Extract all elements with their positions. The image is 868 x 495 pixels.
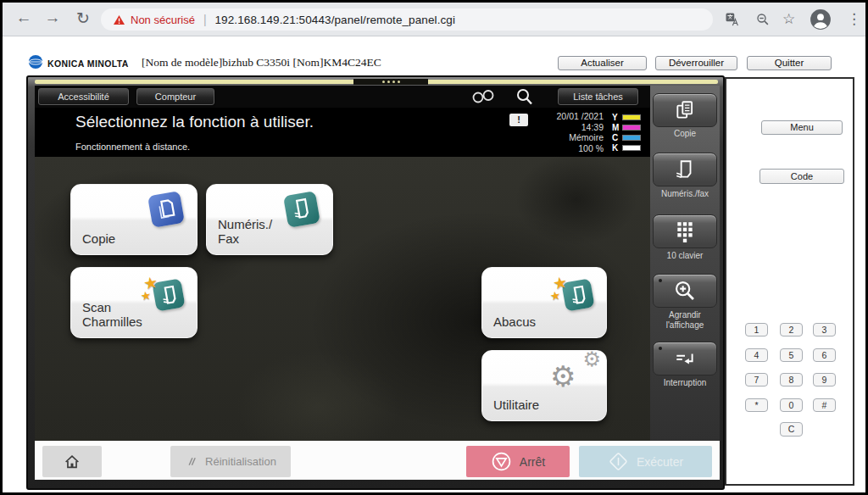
code-button[interactable]: Code xyxy=(760,169,844,184)
lcd-bezel: Accessibilité Compteur Liste tâches Séle… xyxy=(26,75,725,490)
url-text[interactable]: 192.168.149.21:50443/panel/remote_panel.… xyxy=(215,14,456,26)
menu-button[interactable]: Menu xyxy=(761,120,843,135)
bookmark-star-icon[interactable]: ☆ xyxy=(782,10,795,28)
toner-bar-yellow xyxy=(622,114,641,120)
magnifier-plus-icon xyxy=(673,279,697,303)
glasses-icon[interactable] xyxy=(470,87,496,106)
omnibox-separator: | xyxy=(203,13,207,26)
scan-doc-icon xyxy=(674,159,696,181)
side-key-label: Numéris./fax xyxy=(650,189,720,199)
bezel-notch xyxy=(353,79,428,85)
stop-button[interactable]: Arrêt xyxy=(466,446,570,477)
led-indicator xyxy=(659,347,662,350)
fn-button-label: Abacus xyxy=(493,314,536,329)
keypad-star[interactable]: * xyxy=(745,398,768,412)
fn-button-abacus[interactable]: ★ ★ Abacus xyxy=(481,267,607,338)
copy-icon xyxy=(146,191,186,231)
keypad-4[interactable]: 4 xyxy=(745,348,768,362)
translate-icon[interactable] xyxy=(725,12,740,27)
start-button[interactable]: Exécuter xyxy=(579,446,712,477)
home-button[interactable] xyxy=(42,446,102,477)
stop-label: Arrêt xyxy=(520,455,545,469)
back-icon[interactable]: ← xyxy=(13,8,35,27)
memory-value: 100 % xyxy=(557,143,604,154)
toner-label: Y xyxy=(612,113,620,122)
status-time: 14:39 xyxy=(557,122,604,133)
forward-icon[interactable]: → xyxy=(42,8,64,27)
brand-name: KONICA MINOLTA xyxy=(47,58,129,69)
browser-menu-icon[interactable]: ⋮ xyxy=(847,10,861,28)
side-key-copie[interactable] xyxy=(653,93,717,127)
keypad-2[interactable]: 2 xyxy=(780,323,803,336)
registered-app-icon: ★ ★ xyxy=(146,274,186,314)
fn-button-label: ScanCharmilles xyxy=(82,300,142,329)
toner-row-y: Y xyxy=(612,112,641,122)
reload-icon[interactable]: ↻ xyxy=(72,8,94,28)
side-key-label: 10 clavier xyxy=(650,251,720,261)
unlock-button[interactable]: Déverrouiller xyxy=(655,56,737,70)
system-info: 20/01 /2021 14:39 Mémoire 100 % xyxy=(557,111,604,153)
keypad-0[interactable]: 0 xyxy=(780,398,803,412)
home-icon xyxy=(63,453,81,471)
fn-button-label: Utilitaire xyxy=(493,398,539,412)
reset-slash-icon xyxy=(185,455,198,468)
stop-icon xyxy=(491,451,512,472)
keypad-8[interactable]: 8 xyxy=(780,373,803,387)
scan-fax-icon xyxy=(281,191,322,231)
status-subtitle: Fonctionnement à distance. xyxy=(75,142,190,152)
keypad-clear[interactable]: C xyxy=(780,422,803,437)
reset-button[interactable]: Réinitialisation xyxy=(170,446,291,477)
zoom-out-icon[interactable] xyxy=(755,12,771,27)
side-key-agrandir[interactable] xyxy=(653,274,717,308)
hardware-key-panel: Menu Code 1 2 3 4 5 6 7 8 9 * 0 # C xyxy=(725,77,854,486)
quit-button[interactable]: Quitter xyxy=(747,56,832,70)
start-diamond-icon xyxy=(608,451,629,472)
toner-row-k: K xyxy=(612,142,641,153)
refresh-button[interactable]: Actualiser xyxy=(558,56,647,70)
toner-label: M xyxy=(612,123,620,132)
fn-button-label: Copie xyxy=(82,231,115,246)
keypad-7[interactable]: 7 xyxy=(745,373,768,387)
keypad-6[interactable]: 6 xyxy=(813,348,836,362)
side-key-label: Interruption xyxy=(650,378,720,388)
lcd-screen: Accessibilité Compteur Liste tâches Séle… xyxy=(35,86,650,441)
task-list-button[interactable]: Liste tâches xyxy=(558,88,638,105)
bezel-highlight-strip xyxy=(35,80,718,84)
side-key-label: Copie xyxy=(650,129,720,139)
security-warning[interactable]: Non sécurisé xyxy=(131,14,195,26)
panel-bottom-bar: Réinitialisation Arrêt Exécuter xyxy=(35,441,720,480)
fn-button-utilitaire[interactable]: ⚙ ⚙ Utilitaire xyxy=(481,350,607,421)
keypad-9[interactable]: 9 xyxy=(813,373,836,387)
registered-app-icon: ★ ★ xyxy=(555,274,596,314)
address-bar[interactable]: Non sécurisé | 192.168.149.21:50443/pane… xyxy=(101,8,713,31)
side-key-column: Copie Numéris./fax xyxy=(650,86,720,441)
side-key-interruption[interactable] xyxy=(653,342,717,375)
screenshot-root: ← → ↻ Non sécurisé | 192.168.149.21:5044… xyxy=(0,0,868,495)
toner-row-m: M xyxy=(612,122,641,132)
accessibility-button[interactable]: Accessibilité xyxy=(38,88,129,105)
toner-bar-magenta xyxy=(622,125,641,131)
keypad-3[interactable]: 3 xyxy=(813,323,836,336)
keypad-1[interactable]: 1 xyxy=(745,323,768,336)
toner-bar-black xyxy=(622,145,641,151)
keypad-5[interactable]: 5 xyxy=(780,348,803,362)
search-icon[interactable] xyxy=(515,87,535,106)
side-key-10-clavier[interactable] xyxy=(653,214,717,248)
start-label: Exécuter xyxy=(637,455,683,469)
toner-levels: Y M C K xyxy=(612,112,641,153)
fn-button-copie[interactable]: Copie xyxy=(70,184,198,255)
side-key-numeris-fax[interactable] xyxy=(653,153,717,186)
keypad-hash[interactable]: # xyxy=(813,398,836,412)
profile-avatar[interactable] xyxy=(810,8,832,31)
counter-button[interactable]: Compteur xyxy=(136,88,214,105)
keypad-icon xyxy=(675,220,695,242)
device-info: [Nom de modèle]bizhub C3350i [Nom]KM4C24… xyxy=(142,56,381,70)
copy-pages-icon xyxy=(674,99,696,121)
memory-label: Mémoire xyxy=(557,132,604,143)
gears-icon: ⚙ ⚙ xyxy=(550,353,599,393)
fn-button-scan-charmilles[interactable]: ★ ★ ScanCharmilles xyxy=(70,267,198,338)
side-key-label: Agrandir l'affichage xyxy=(650,310,720,331)
alert-icon[interactable]: ! xyxy=(509,114,528,126)
toner-row-c: C xyxy=(612,132,641,142)
fn-button-numeris-fax[interactable]: Numéris./Fax xyxy=(206,184,333,255)
